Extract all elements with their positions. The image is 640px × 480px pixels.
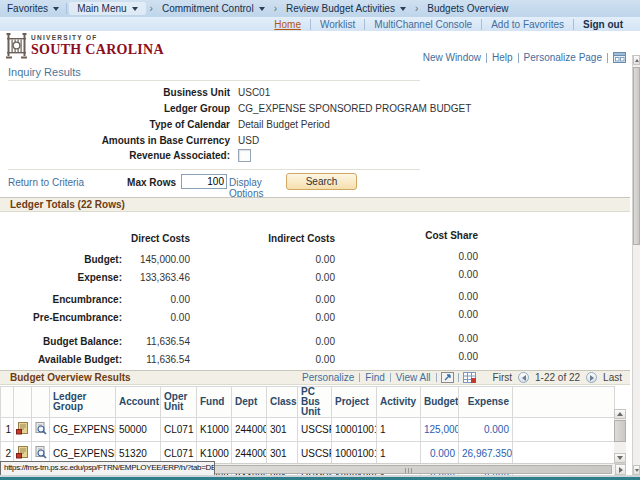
ledger-totals-bar: Ledger Totals (22 Rows)	[0, 197, 630, 212]
scroll-right-button[interactable]	[615, 464, 626, 475]
col-oper-unit: Oper Unit	[161, 387, 197, 418]
home-link[interactable]: Home	[265, 19, 310, 30]
breadcrumb-review-budget-activities[interactable]: Review Budget Activities	[279, 3, 413, 14]
search-button[interactable]: Search	[286, 173, 357, 190]
pagebar-separator	[607, 53, 608, 63]
page-scroll-down-button[interactable]	[633, 465, 640, 475]
toolbar-separator	[359, 373, 360, 382]
personalize-link[interactable]: Personalize	[298, 372, 358, 383]
ledger-row-label: Pre-Encumbrance:	[33, 312, 122, 323]
favorites-menu[interactable]: Favorites	[0, 3, 66, 14]
toolbar-separator	[458, 373, 459, 382]
new-window-link[interactable]: New Window	[418, 52, 486, 63]
usc-gates-icon	[6, 32, 27, 59]
university-logo: UNIVERSITY OF SOUTH CAROLINA	[6, 32, 164, 59]
grid-scroll-thumb[interactable]	[614, 420, 626, 442]
cell-account: 50000	[116, 418, 161, 442]
ledger-value: 0.00	[316, 336, 335, 347]
arrow-up-icon	[617, 412, 623, 416]
brand-university-of: UNIVERSITY OF	[31, 35, 164, 42]
cell-project: 10001001	[332, 418, 377, 442]
previous-page-button[interactable]	[518, 372, 529, 383]
ledger-value: 0.00	[316, 254, 335, 265]
grid-header-row: Ledger Group Account Oper Unit Fund Dept…	[1, 387, 615, 418]
crumb-label: Review Budget Activities	[286, 3, 395, 14]
cell-budget-link[interactable]: 125,000.000	[421, 418, 459, 442]
scroll-down-button[interactable]	[614, 453, 626, 463]
help-link[interactable]: Help	[487, 52, 518, 63]
horizontal-scroll-thumb[interactable]	[206, 465, 612, 474]
ledger-value: 11,636.54	[146, 354, 190, 365]
chevron-down-icon	[53, 7, 59, 11]
ledger-value: 0.00	[171, 294, 190, 305]
chevron-down-icon	[400, 7, 406, 11]
max-rows-input[interactable]	[181, 174, 227, 189]
scroll-up-button[interactable]	[614, 409, 626, 419]
cell-filler	[513, 442, 615, 466]
max-rows-label: Max Rows	[120, 177, 176, 188]
drill-down-icon[interactable]	[32, 418, 50, 442]
zoom-grid-icon[interactable]	[441, 372, 454, 383]
col-fund: Fund	[197, 387, 232, 418]
personalize-page-link[interactable]: Personalize Page	[519, 52, 607, 63]
cell-expense-link[interactable]: 0.000	[459, 418, 513, 442]
add-to-favorites-link[interactable]: Add to Favorites	[481, 19, 573, 30]
header-filler	[513, 387, 615, 418]
header-blank	[32, 387, 50, 418]
cell-budget-link[interactable]: 0.000	[421, 442, 459, 466]
field-label: Type of Calendar	[0, 119, 230, 130]
sign-out-link[interactable]: Sign out	[573, 19, 632, 30]
view-all-link[interactable]: View All	[392, 372, 435, 383]
ledger-value: 11,636.54	[146, 336, 190, 347]
ledger-row-encumbrance: Encumbrance: 0.00 0.00 0.00	[0, 294, 632, 307]
col-activity: Activity	[377, 387, 421, 418]
find-link[interactable]: Find	[361, 372, 388, 383]
cell-class: 301	[267, 442, 298, 466]
worklist-link[interactable]: Worklist	[310, 19, 364, 30]
cell-expense-link[interactable]: 26,967.350	[459, 442, 513, 466]
download-spreadsheet-icon[interactable]	[463, 372, 476, 383]
col-class: Class	[267, 387, 298, 418]
col-direct-costs: Direct Costs	[131, 233, 190, 244]
field-revenue-associated: Revenue Associated:	[0, 150, 420, 164]
first-link[interactable]: First	[489, 372, 516, 383]
personalize-layout-icon[interactable]	[613, 52, 626, 63]
chevron-down-icon	[259, 7, 265, 11]
field-value: Detail Budget Period	[238, 119, 330, 130]
favorites-label: Favorites	[7, 3, 48, 14]
cell-fund: K1000	[197, 418, 232, 442]
ledger-row-label: Budget Balance:	[43, 336, 122, 347]
divider	[8, 80, 420, 81]
breadcrumb-commitment-control[interactable]: Commitment Control	[155, 3, 272, 14]
ledger-row-available-budget: Available Budget: 11,636.54 0.00 0.00	[0, 354, 632, 367]
multichannel-console-link[interactable]: MultiChannel Console	[364, 19, 481, 30]
field-value: CG_EXPENSE SPONSORED PROGRAM BUDGET	[238, 103, 471, 114]
col-project: Project	[332, 387, 377, 418]
col-account: Account	[116, 387, 161, 418]
window-bottom-edge	[0, 475, 640, 480]
field-label: Business Unit	[0, 87, 230, 98]
main-menu[interactable]: Main Menu	[69, 2, 145, 15]
arrow-right-icon	[590, 375, 594, 381]
arrow-right-icon	[619, 467, 623, 473]
breadcrumb-divider	[66, 3, 67, 14]
arrow-down-icon	[635, 469, 639, 472]
last-link[interactable]: Last	[599, 372, 626, 383]
table-row: 1 CG_EXPENSE 50000 CL071 K1000 244000 30…	[1, 418, 615, 442]
return-to-criteria-link[interactable]: Return to Criteria	[8, 177, 84, 188]
ledger-row-budget-balance: Budget Balance: 11,636.54 0.00 0.00	[0, 336, 632, 349]
next-page-button[interactable]	[586, 372, 597, 383]
revenue-associated-checkbox[interactable]	[238, 149, 251, 162]
field-business-unit: Business Unit USC01	[0, 87, 420, 101]
ledger-value: 0.00	[459, 333, 478, 344]
display-options-link[interactable]: Display Options	[229, 177, 273, 199]
field-value: USC01	[238, 87, 270, 98]
grid-vertical-scrollbar	[614, 409, 626, 463]
breadcrumb-separator: ›	[148, 3, 155, 14]
page-scroll-thumb[interactable]	[633, 67, 640, 245]
col-ledger-group: Ledger Group	[50, 387, 116, 418]
ledger-value: 0.00	[459, 269, 478, 280]
show-budget-details-icon[interactable]	[14, 418, 32, 442]
cell-dept: 244000	[232, 442, 267, 466]
page-scroll-up-button[interactable]	[633, 55, 640, 65]
